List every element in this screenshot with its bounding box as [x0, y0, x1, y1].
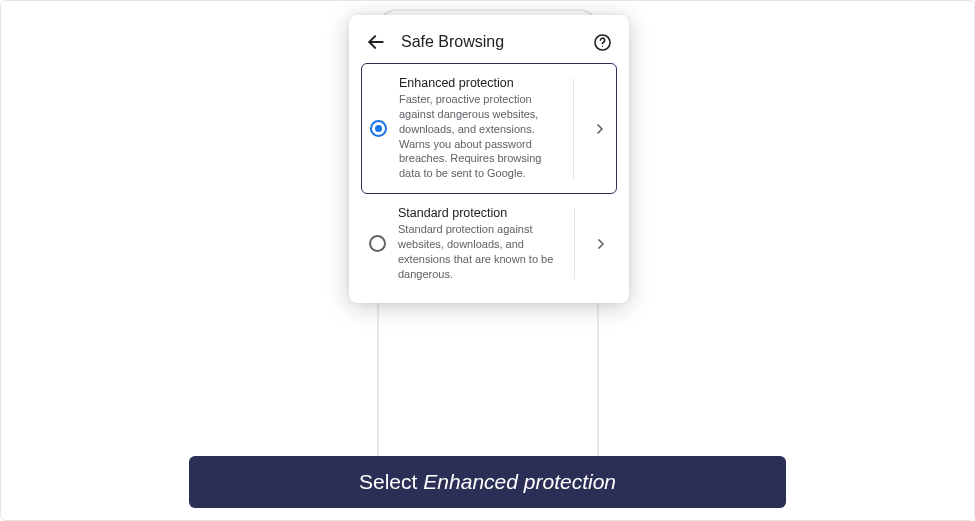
card-header: Safe Browsing	[361, 27, 617, 63]
chevron-right-icon[interactable]	[592, 121, 608, 137]
radio-checked-icon	[370, 120, 387, 137]
divider	[574, 208, 575, 279]
divider	[573, 78, 574, 179]
radio-unchecked-icon	[369, 235, 386, 252]
option-desc: Standard protection against websites, do…	[398, 222, 556, 281]
page-title: Safe Browsing	[401, 33, 577, 51]
option-title: Enhanced protection	[399, 76, 555, 90]
option-enhanced-protection[interactable]: Enhanced protection Faster, proactive pr…	[361, 63, 617, 194]
instruction-caption: Select Enhanced protection	[189, 456, 786, 508]
option-title: Standard protection	[398, 206, 556, 220]
back-icon[interactable]	[365, 31, 387, 53]
option-standard-protection[interactable]: Standard protection Standard protection …	[361, 194, 617, 293]
chevron-right-icon[interactable]	[593, 236, 609, 252]
caption-prefix: Select	[359, 470, 417, 494]
option-desc: Faster, proactive protection against dan…	[399, 92, 555, 181]
svg-point-2	[601, 45, 602, 46]
caption-emphasis: Enhanced protection	[423, 470, 616, 494]
option-body: Standard protection Standard protection …	[398, 206, 556, 281]
help-icon[interactable]	[591, 31, 613, 53]
option-body: Enhanced protection Faster, proactive pr…	[399, 76, 555, 181]
safe-browsing-card: Safe Browsing Enhanced protection Faster…	[349, 15, 629, 303]
